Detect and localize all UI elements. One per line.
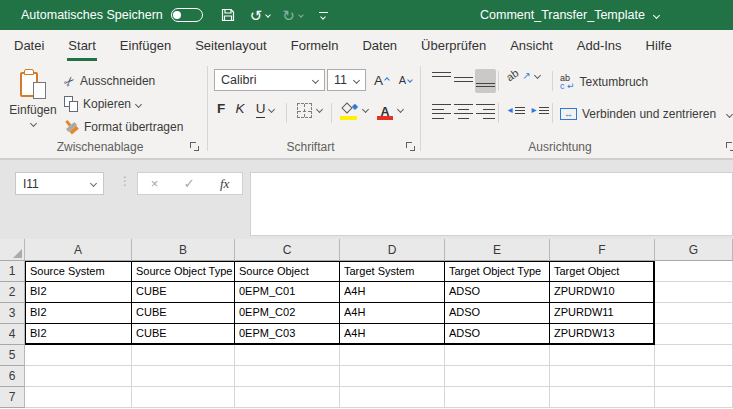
cell-G6[interactable] xyxy=(655,366,733,387)
cell-D6[interactable] xyxy=(340,366,445,387)
undo-button[interactable]: ↺ xyxy=(250,8,271,23)
cell-C7[interactable] xyxy=(235,387,340,408)
document-title-area[interactable]: Comment_Transfer_Template xyxy=(480,0,659,30)
cell-A6[interactable] xyxy=(25,366,132,387)
cell-C6[interactable] xyxy=(235,366,340,387)
enter-button[interactable]: ✓ xyxy=(184,176,195,191)
column-header-c[interactable]: C xyxy=(235,239,340,261)
cell-D3[interactable]: A4H xyxy=(340,303,445,324)
cell-E6[interactable] xyxy=(445,366,550,387)
cell-B5[interactable] xyxy=(132,345,235,366)
decrease-indent-button[interactable]: ◂ xyxy=(505,101,527,125)
cancel-button[interactable]: × xyxy=(151,176,159,191)
merge-center-button[interactable]: ↔ Verbinden und zentrieren xyxy=(560,104,732,124)
cell-C5[interactable] xyxy=(235,345,340,366)
cell-D1[interactable]: Target System xyxy=(340,261,445,282)
font-color-button[interactable]: A xyxy=(374,101,406,125)
wrap-text-button[interactable]: ab c ↵ Textumbruch xyxy=(560,72,648,92)
orientation-button[interactable]: ab ↗ xyxy=(506,69,540,81)
cell-A7[interactable] xyxy=(25,387,132,408)
align-bottom-button[interactable] xyxy=(475,69,496,93)
cell-F5[interactable] xyxy=(550,345,655,366)
qat-customize-button[interactable] xyxy=(319,12,328,19)
column-header-a[interactable]: A xyxy=(25,239,132,261)
tab-ansicht[interactable]: Ansicht xyxy=(498,30,565,61)
tab--berpr-fen[interactable]: Überprüfen xyxy=(409,30,498,61)
underline-dropdown-icon[interactable] xyxy=(268,106,275,113)
cell-F6[interactable] xyxy=(550,366,655,387)
decrease-font-button[interactable]: A xyxy=(394,69,417,91)
formula-input[interactable] xyxy=(250,172,733,236)
cell-D7[interactable] xyxy=(340,387,445,408)
paste-button[interactable]: Einfügen xyxy=(8,67,58,149)
font-size-select[interactable]: 11 xyxy=(327,69,366,91)
font-dialog-launcher-icon[interactable] xyxy=(406,142,416,152)
name-box-dropdown-icon[interactable] xyxy=(90,180,97,187)
align-left-button[interactable] xyxy=(431,101,452,125)
borders-dropdown-icon[interactable] xyxy=(315,106,322,113)
borders-button[interactable] xyxy=(293,101,325,125)
cell-C3[interactable]: 0EPM_C02 xyxy=(235,303,340,324)
tab-einf-gen[interactable]: Einfügen xyxy=(108,30,183,61)
cell-G1[interactable] xyxy=(655,261,733,282)
cell-A2[interactable]: BI2 xyxy=(25,282,132,303)
font-size-dropdown-icon[interactable] xyxy=(353,76,360,83)
title-dropdown-icon[interactable] xyxy=(653,11,660,18)
cell-B4[interactable]: CUBE xyxy=(132,324,235,345)
cell-D5[interactable] xyxy=(340,345,445,366)
cell-B1[interactable]: Source Object Type xyxy=(132,261,235,282)
cell-A1[interactable]: Source System xyxy=(25,261,132,282)
row-header-2[interactable]: 2 xyxy=(0,282,25,303)
tab-hilfe[interactable]: Hilfe xyxy=(634,30,684,61)
cell-E4[interactable]: ADSO xyxy=(445,324,550,345)
column-header-d[interactable]: D xyxy=(340,239,445,261)
cell-G5[interactable] xyxy=(655,345,733,366)
format-painter-button[interactable]: Format übertragen xyxy=(64,117,183,137)
insert-function-button[interactable]: fx xyxy=(220,176,229,192)
cell-A5[interactable] xyxy=(25,345,132,366)
row-header-4[interactable]: 4 xyxy=(0,324,25,345)
cell-F1[interactable]: Target Object xyxy=(550,261,655,282)
increase-indent-button[interactable]: ▸ xyxy=(529,101,551,125)
tab-start[interactable]: Start xyxy=(56,30,107,61)
copy-dropdown-icon[interactable] xyxy=(135,100,142,107)
alignment-dialog-launcher-icon[interactable] xyxy=(726,142,733,152)
cell-F2[interactable]: ZPURDW10 xyxy=(550,282,655,303)
name-box[interactable]: I11 xyxy=(15,172,104,195)
cell-F7[interactable] xyxy=(550,387,655,408)
column-header-e[interactable]: E xyxy=(445,239,550,261)
row-header-1[interactable]: 1 xyxy=(0,261,25,282)
cell-E2[interactable]: ADSO xyxy=(445,282,550,303)
cell-C2[interactable]: 0EPM_C01 xyxy=(235,282,340,303)
cell-D2[interactable]: A4H xyxy=(340,282,445,303)
cell-B6[interactable] xyxy=(132,366,235,387)
cell-B7[interactable] xyxy=(132,387,235,408)
save-button[interactable] xyxy=(220,7,236,23)
column-header-f[interactable]: F xyxy=(550,239,655,261)
tab-seitenlayout[interactable]: Seitenlayout xyxy=(183,30,279,61)
copy-button[interactable]: Kopieren xyxy=(64,94,141,114)
font-color-dropdown-icon[interactable] xyxy=(397,106,404,113)
clipboard-dialog-launcher-icon[interactable] xyxy=(190,142,200,152)
cell-F4[interactable]: ZPURDW13 xyxy=(550,324,655,345)
cell-A4[interactable]: BI2 xyxy=(25,324,132,345)
cell-C4[interactable]: 0EPM_C03 xyxy=(235,324,340,345)
font-name-dropdown-icon[interactable] xyxy=(312,76,319,83)
align-top-button[interactable] xyxy=(431,69,452,93)
cell-E1[interactable]: Target Object Type xyxy=(445,261,550,282)
tab-add-ins[interactable]: Add-Ins xyxy=(565,30,634,61)
autosave-toggle[interactable] xyxy=(171,8,203,22)
cell-E7[interactable] xyxy=(445,387,550,408)
align-center-button[interactable] xyxy=(453,101,474,125)
italic-button[interactable]: K xyxy=(231,101,249,125)
cell-F3[interactable]: ZPURDW11 xyxy=(550,303,655,324)
autosave-control[interactable]: Automatisches Speichern xyxy=(21,8,203,22)
column-header-g[interactable]: G xyxy=(655,239,733,261)
cell-G3[interactable] xyxy=(655,303,733,324)
cell-D4[interactable]: A4H xyxy=(340,324,445,345)
column-header-b[interactable]: B xyxy=(132,239,235,261)
tab-datei[interactable]: Datei xyxy=(2,30,56,61)
select-all-button[interactable] xyxy=(0,239,25,261)
merge-center-dropdown-icon[interactable] xyxy=(726,110,733,117)
row-header-7[interactable]: 7 xyxy=(0,387,25,408)
